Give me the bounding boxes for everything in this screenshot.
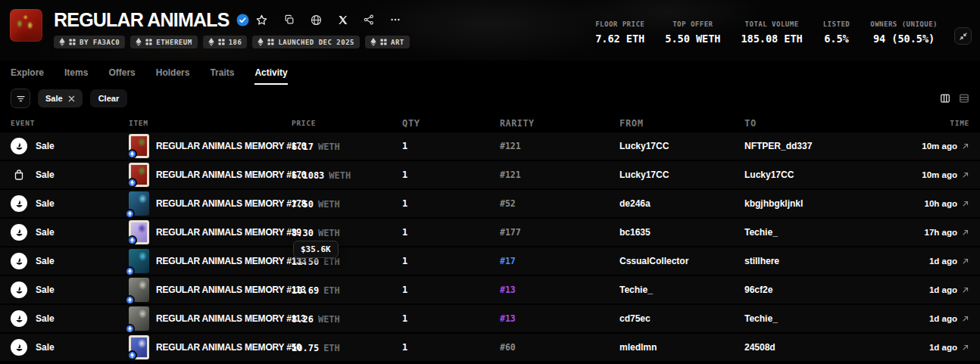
event-cell: Sale [11, 339, 129, 356]
from-user[interactable]: cd75ec [620, 313, 744, 324]
from-user[interactable]: Techie_ [620, 285, 744, 295]
filter-icon[interactable] [11, 89, 30, 108]
to-user[interactable]: 96cf2e [744, 285, 871, 295]
badge-label: BY FA3AC0 [80, 39, 120, 46]
collection-badge[interactable]: ART [365, 36, 410, 48]
collection-badge[interactable]: 186 [203, 36, 248, 48]
collection-badge[interactable]: BY FA3AC0 [54, 36, 125, 48]
chain-badge-icon [125, 295, 135, 305]
to-user[interactable]: 24508d [744, 342, 871, 353]
time-text: 1d ago [929, 343, 957, 352]
activity-row[interactable]: Sale REGULAR ANIMALS MEMORY #176 6.1083W… [0, 160, 980, 188]
quantity: 1 [402, 141, 500, 151]
to-user[interactable]: Techie_ [744, 227, 871, 238]
close-icon[interactable] [68, 95, 75, 102]
share-icon[interactable] [362, 13, 376, 26]
item-name: REGULAR ANIMALS MEMORY #133 [156, 256, 306, 266]
usd-price-tooltip: $35.6K [293, 241, 339, 258]
time-text: 10m ago [922, 142, 957, 151]
event-cell: Sale [11, 138, 129, 154]
transaction-time[interactable]: 10m ago [871, 142, 969, 151]
copy-icon[interactable] [282, 13, 296, 26]
tab-items[interactable]: Items [64, 63, 88, 85]
price-value: 11.50 [292, 257, 319, 267]
column-header-qty: QTY [402, 118, 500, 129]
filter-bar: Sale Clear [0, 87, 980, 110]
globe-icon[interactable] [309, 13, 323, 27]
collection-badge[interactable]: ETHEREUM [130, 36, 197, 48]
from-user[interactable]: Lucky17CC [620, 141, 744, 151]
badge-label: ART [391, 39, 404, 46]
external-link-icon [962, 171, 969, 179]
clear-filters-button[interactable]: Clear [90, 89, 128, 107]
activity-row[interactable]: Sale REGULAR ANIMALS MEMORY #178 7.50WET… [0, 188, 980, 217]
transaction-time[interactable]: 1d ago [871, 257, 969, 266]
from-user[interactable]: mledlmn [620, 342, 744, 353]
external-link-icon [962, 229, 969, 236]
price-cell: 8.30WETH $35.6K [292, 226, 402, 239]
tab-explore[interactable]: Explore [11, 63, 44, 85]
rarity-rank: #13 [500, 313, 620, 324]
rarity-rank: #13 [500, 285, 620, 295]
external-link-icon [962, 286, 969, 294]
chain-badge-icon [127, 178, 137, 188]
list-view-icon[interactable] [959, 93, 969, 104]
activity-row[interactable]: Sale REGULAR ANIMALS MEMORY #133 11.50ET… [0, 246, 980, 275]
price-currency: WETH [318, 199, 340, 210]
price-currency: ETH [323, 257, 340, 267]
tab-activity[interactable]: Activity [254, 63, 287, 85]
stat-value: 94 (50.5%) [873, 33, 935, 45]
activity-row[interactable]: Sale REGULAR ANIMALS MEMORY #176 6.17WET… [0, 131, 980, 160]
x-twitter-icon[interactable] [336, 14, 349, 26]
transaction-time[interactable]: 1d ago [871, 285, 969, 294]
stat-label: TOTAL VOLUME [745, 20, 799, 28]
item-link[interactable]: REGULAR ANIMALS MEMORY #50 [129, 335, 292, 359]
more-options-icon[interactable] [389, 13, 402, 26]
transaction-time[interactable]: 17h ago [871, 228, 969, 237]
transaction-time[interactable]: 10m ago [871, 170, 969, 179]
transaction-time[interactable]: 10h ago [871, 199, 969, 208]
collapse-header-icon[interactable] [954, 27, 972, 45]
to-user[interactable]: kbgjhbgkljnkl [744, 198, 871, 209]
from-user[interactable]: CssualCollector [620, 256, 744, 266]
stat-label: LISTED [823, 20, 850, 28]
tab-holders[interactable]: Holders [156, 63, 190, 85]
watchlist-star-icon[interactable] [256, 14, 267, 26]
collection-avatar[interactable] [10, 9, 42, 42]
activity-row[interactable]: Sale REGULAR ANIMALS MEMORY #39 8.30WETH… [0, 217, 980, 246]
stat-label: OWNERS (UNIQUE) [870, 20, 938, 28]
from-user[interactable]: bc1635 [620, 227, 744, 238]
item-link[interactable]: REGULAR ANIMALS MEMORY #176 [129, 163, 292, 187]
transaction-time[interactable]: 1d ago [871, 314, 969, 323]
item-link[interactable]: REGULAR ANIMALS MEMORY #133 [129, 249, 292, 273]
item-link[interactable]: REGULAR ANIMALS MEMORY #113 [129, 306, 292, 331]
activity-row[interactable]: Sale REGULAR ANIMALS MEMORY #50 10.75ETH… [0, 332, 980, 361]
price-value: 6.17 [292, 142, 314, 152]
transaction-time[interactable]: 1d ago [871, 343, 969, 352]
item-link[interactable]: REGULAR ANIMALS MEMORY #113 [129, 278, 292, 302]
to-user[interactable]: stillhere [744, 256, 871, 266]
to-user[interactable]: NFTPER_dd337 [744, 141, 871, 151]
price-currency: ETH [323, 343, 340, 353]
item-link[interactable]: REGULAR ANIMALS MEMORY #178 [129, 191, 292, 216]
price-currency: ETH [323, 285, 340, 296]
item-link[interactable]: REGULAR ANIMALS MEMORY #39 [129, 220, 292, 244]
activity-row[interactable]: Sale REGULAR ANIMALS MEMORY #113 8.26WET… [0, 303, 980, 332]
collection-badge[interactable]: LAUNCHED DEC 2025 [252, 36, 360, 48]
opensea-sale-icon [11, 310, 27, 327]
external-link-icon [962, 315, 969, 322]
tab-traits[interactable]: Traits [210, 63, 234, 85]
opensea-sale-icon [11, 224, 27, 241]
opensea-sale-icon [11, 339, 27, 356]
filter-chip-sale[interactable]: Sale [38, 89, 83, 107]
filter-chip-label: Sale [45, 94, 63, 103]
to-user[interactable]: Techie_ [744, 313, 871, 324]
grid-view-icon[interactable] [940, 93, 950, 104]
to-user[interactable]: Lucky17CC [744, 170, 871, 180]
tab-offers[interactable]: Offers [108, 63, 135, 85]
from-user[interactable]: de246a [620, 198, 744, 209]
activity-row[interactable]: Sale REGULAR ANIMALS MEMORY #113 10.69ET… [0, 275, 980, 303]
from-user[interactable]: Lucky17CC [620, 170, 744, 180]
item-thumbnail [129, 220, 149, 244]
item-link[interactable]: REGULAR ANIMALS MEMORY #176 [129, 134, 292, 158]
